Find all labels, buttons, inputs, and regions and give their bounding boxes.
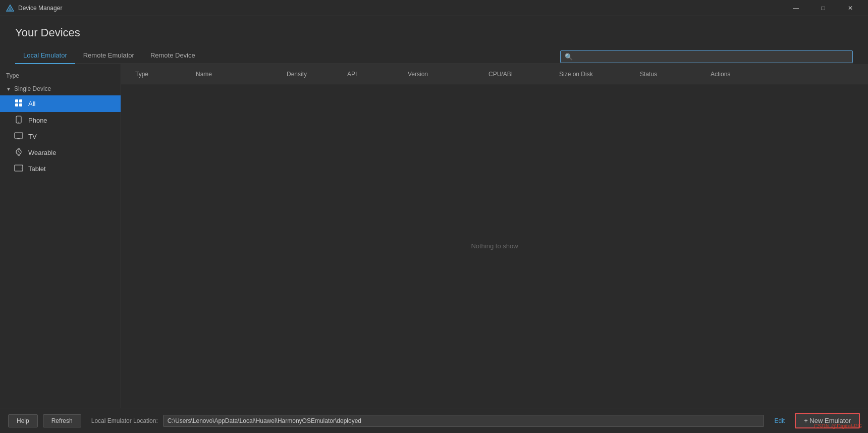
chevron-icon: ▼: [6, 86, 11, 92]
edit-button[interactable]: Edit: [769, 415, 790, 427]
content-area: Type Name Density API Version CPU/ABI Si…: [121, 64, 868, 408]
tab-remote-emulator[interactable]: Remote Emulator: [75, 47, 142, 64]
svg-point-17: [22, 168, 22, 168]
tv-icon: [14, 132, 23, 141]
sidebar: Type ▼ Single Device All: [0, 64, 121, 408]
sidebar-item-wearable-label: Wearable: [28, 149, 56, 156]
phone-icon: [14, 116, 23, 125]
sidebar-item-all[interactable]: All: [0, 95, 121, 112]
search-icon: 🔍: [565, 53, 573, 61]
tab-remote-device[interactable]: Remote Device: [142, 47, 203, 64]
svg-rect-8: [15, 133, 23, 138]
header: Your Devices Local Emulator Remote Emula…: [0, 16, 868, 64]
svg-rect-2: [15, 99, 18, 102]
tablet-icon: [14, 165, 23, 173]
app-icon: [6, 4, 14, 12]
location-label: Local Emulator Location:: [91, 417, 158, 424]
col-actions-header: Actions: [707, 71, 868, 78]
table-header: Type Name Density API Version CPU/ABI Si…: [121, 64, 868, 84]
body-layout: Type ▼ Single Device All: [0, 64, 868, 408]
sidebar-item-tv-label: TV: [28, 133, 37, 140]
col-density-header: Density: [283, 71, 343, 78]
window-controls: — □ ✕: [784, 0, 862, 16]
svg-point-7: [18, 122, 19, 123]
titlebar: Device Manager — □ ✕: [0, 0, 868, 16]
col-status-header: Status: [636, 71, 707, 78]
col-type-header: Type: [131, 71, 192, 78]
sidebar-item-phone[interactable]: Phone: [0, 112, 121, 129]
app-title: Device Manager: [18, 5, 784, 12]
close-button[interactable]: ✕: [839, 0, 862, 16]
watermark: CSDN @Digital-PG: [813, 423, 862, 429]
tab-local-emulator[interactable]: Local Emulator: [15, 47, 75, 64]
sidebar-item-wearable[interactable]: Wearable: [0, 144, 121, 161]
svg-rect-16: [15, 165, 23, 171]
wearable-icon: [14, 148, 23, 157]
refresh-button[interactable]: Refresh: [43, 414, 81, 427]
maximize-button[interactable]: □: [811, 0, 835, 16]
search-wrapper: 🔍: [560, 50, 853, 63]
col-name-header: Name: [192, 71, 283, 78]
sidebar-section-header: ▼ Single Device: [0, 82, 121, 95]
sidebar-section-label: Single Device: [14, 85, 51, 92]
svg-rect-5: [19, 103, 22, 106]
col-cpu-header: CPU/ABI: [484, 71, 555, 78]
help-button[interactable]: Help: [8, 414, 38, 427]
sidebar-item-tablet-label: Tablet: [28, 165, 46, 173]
sidebar-item-tv[interactable]: TV: [0, 129, 121, 144]
sidebar-item-tablet[interactable]: Tablet: [0, 161, 121, 177]
footer: Help Refresh Local Emulator Location: Ed…: [0, 408, 868, 433]
col-size-header: Size on Disk: [555, 71, 636, 78]
page-title: Your Devices: [15, 26, 853, 39]
minimize-button[interactable]: —: [784, 0, 807, 16]
svg-rect-3: [19, 99, 22, 102]
main-container: Your Devices Local Emulator Remote Emula…: [0, 16, 868, 433]
sidebar-type-label: Type: [0, 69, 121, 82]
svg-line-15: [19, 152, 20, 152]
empty-message: Nothing to show: [121, 84, 868, 408]
sidebar-item-all-label: All: [28, 100, 35, 107]
sidebar-item-phone-label: Phone: [28, 117, 47, 124]
search-container: 🔍: [560, 50, 853, 63]
all-icon: [14, 99, 23, 109]
col-version-header: Version: [404, 71, 484, 78]
col-api-header: API: [343, 71, 404, 78]
svg-rect-4: [15, 103, 18, 106]
location-input[interactable]: [163, 415, 765, 427]
search-input[interactable]: [576, 53, 848, 61]
